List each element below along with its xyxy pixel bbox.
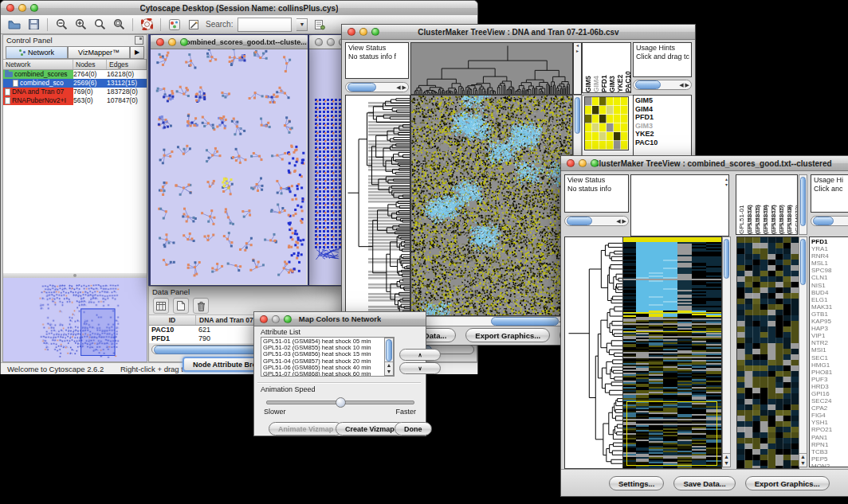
zoom-selected-icon[interactable] [92, 18, 107, 32]
gene-label[interactable]: GIM3 [635, 122, 689, 131]
treeview2-titlebar[interactable]: ClusterMaker TreeView : combined_scores_… [561, 156, 848, 171]
gene-label[interactable]: PAC10 [635, 139, 689, 147]
labels-vscrollbar[interactable] [799, 174, 807, 235]
close-button[interactable] [567, 159, 575, 167]
zoom-button[interactable] [371, 28, 379, 36]
scrollbar-arrows[interactable]: ▲▼ [723, 453, 730, 467]
view-status-hscrollbar[interactable]: ◀▶ [345, 82, 409, 92]
search-input[interactable] [238, 18, 292, 32]
column-label[interactable]: PFD1 [600, 43, 608, 92]
gene-label[interactable]: PEP5 [811, 455, 848, 463]
zoom-button[interactable] [284, 315, 292, 323]
gene-label[interactable]: SPC98 [811, 267, 848, 274]
column-label[interactable]: YKE2 [616, 43, 624, 92]
gene-label[interactable]: YKE2 [635, 130, 689, 139]
gene-label[interactable]: BUD4 [811, 289, 848, 296]
close-button[interactable] [315, 38, 323, 46]
gene-label[interactable]: GIM4 [635, 105, 689, 114]
scrollbar-thumb[interactable] [347, 83, 376, 92]
scrollbar-thumb[interactable] [491, 317, 559, 326]
array-label[interactable]: GPL51-04 (GSM857) [762, 175, 770, 234]
array-label[interactable]: GPL51-03 (GSM856) [754, 175, 762, 234]
column-dendrogram-area[interactable]: ▴▾ [630, 174, 729, 236]
gene-label[interactable]: FIG4 [811, 412, 848, 419]
column-scroll-strip[interactable]: ◂▸ [573, 42, 582, 95]
heatmap-vscrollbar[interactable]: ▲▼ [722, 236, 731, 467]
gene-label[interactable]: YSH1 [811, 419, 848, 426]
scrollbar-thumb[interactable] [800, 177, 806, 226]
zoom-fit-icon[interactable] [112, 18, 126, 32]
gene-label[interactable]: GPI16 [811, 390, 848, 397]
network-table-row[interactable]: DNA and Tran 07 769(0) 183728(0) [3, 88, 147, 96]
animation-speed-slider[interactable] [266, 400, 414, 404]
gene-label[interactable]: HAP3 [811, 325, 848, 332]
close-button[interactable] [260, 315, 268, 323]
main-heatmap[interactable] [410, 95, 573, 316]
column-label[interactable]: GIM3 [608, 43, 616, 92]
network-overview-minimap[interactable] [3, 278, 147, 361]
close-button[interactable] [156, 38, 164, 46]
scrollbar-arrows[interactable]: ▲▼ [799, 453, 807, 467]
close-button[interactable] [347, 28, 355, 36]
column-label[interactable]: GIM4 [592, 43, 600, 92]
dense-network-canvas[interactable] [309, 49, 344, 284]
gene-label[interactable]: HMG1 [811, 361, 848, 369]
gene-label[interactable]: PFD1 [635, 113, 689, 122]
minimize-button[interactable] [272, 315, 280, 323]
scrollbar-thumb[interactable] [575, 97, 580, 134]
zoom-button[interactable] [180, 38, 188, 46]
gene-label[interactable]: SEC1 [811, 354, 848, 361]
gene-label[interactable]: PFD1 [811, 238, 848, 245]
zoom-out-icon[interactable] [54, 18, 69, 32]
scrollbar-arrows[interactable]: ▲▼ [385, 361, 393, 375]
array-label[interactable]: GPL51-06 (GSM865) [770, 175, 778, 234]
array-label[interactable]: GPL51-01 (GSM854) [738, 175, 746, 234]
network-table-row[interactable]: combined_sco 2569(6) 13112(15) [3, 79, 147, 88]
usage-hints-hscrollbar[interactable] [811, 216, 848, 226]
select-attributes-icon[interactable] [153, 298, 169, 314]
attribute-list-vscrollbar[interactable]: ▲▼ [384, 338, 394, 376]
attribute-list-item[interactable]: GPL51-07 (GSM868) heat shock 60 min [263, 371, 392, 377]
network-from-table-icon[interactable] [312, 18, 327, 32]
zoom-button[interactable] [30, 4, 38, 12]
scrollbar-thumb[interactable] [800, 239, 806, 285]
network-table-row[interactable]: combined_scores 2764(0) 16218(0) [3, 70, 147, 79]
heatmap-hscrollbar[interactable]: ◀▶ [410, 316, 571, 326]
scrollbar-thumb[interactable] [567, 217, 592, 225]
gene-label[interactable]: MAK31 [811, 303, 848, 311]
settings-button[interactable]: Settings... [609, 476, 664, 490]
view-status-hscrollbar[interactable]: ◀▶ [564, 216, 629, 226]
create-vizmap-button[interactable]: Create Vizmap [336, 422, 404, 436]
gene-label[interactable]: MON2 [811, 463, 848, 467]
annotation-icon[interactable] [186, 18, 201, 32]
gene-label[interactable]: GIM5 [635, 96, 689, 105]
column-dendrogram[interactable] [410, 42, 573, 95]
gene-label[interactable]: CLN1 [811, 274, 848, 281]
save-data-button[interactable]: Save Data... [673, 476, 735, 490]
array-label[interactable]: GPL51-02 (GSM855) [746, 175, 754, 234]
export-graphics-button[interactable]: Export Graphics... [465, 328, 550, 342]
network-view-titlebar[interactable]: combined_scores_good.txt--cluste... [151, 35, 308, 49]
treeview1-titlebar[interactable]: ClusterMaker TreeView : DNA and Tran 07-… [342, 25, 695, 40]
attribute-list[interactable]: GPL51-01 (GSM854) heat shock 05 minGPL51… [261, 337, 395, 377]
gene-label[interactable]: NIS1 [811, 282, 848, 289]
usage-hints-hscrollbar[interactable]: ◀▶ [633, 80, 692, 90]
float-panel-icon[interactable] [135, 36, 143, 45]
minimize-button[interactable] [18, 4, 26, 12]
move-up-button[interactable]: ∧ [399, 349, 441, 361]
scrollbar-thumb[interactable] [635, 80, 661, 89]
tab-vizmapper[interactable]: VizMapper™ [68, 46, 130, 59]
main-heatmap[interactable] [622, 236, 722, 469]
column-label[interactable]: GIM5 [584, 43, 592, 92]
zoom-button[interactable] [591, 159, 599, 167]
move-down-button[interactable]: ∨ [399, 362, 441, 374]
save-session-icon[interactable] [26, 18, 41, 32]
gene-label[interactable]: RNR4 [811, 252, 848, 260]
row-dendrogram[interactable] [345, 95, 410, 316]
zoom-in-icon[interactable] [73, 18, 88, 32]
array-label[interactable]: GPL51-08 (GSM872) [786, 175, 794, 234]
slider-thumb[interactable] [336, 397, 346, 408]
minimize-button[interactable] [579, 159, 587, 167]
gene-label[interactable]: MSL1 [811, 260, 848, 267]
scrollbar-thumb[interactable] [386, 339, 392, 361]
